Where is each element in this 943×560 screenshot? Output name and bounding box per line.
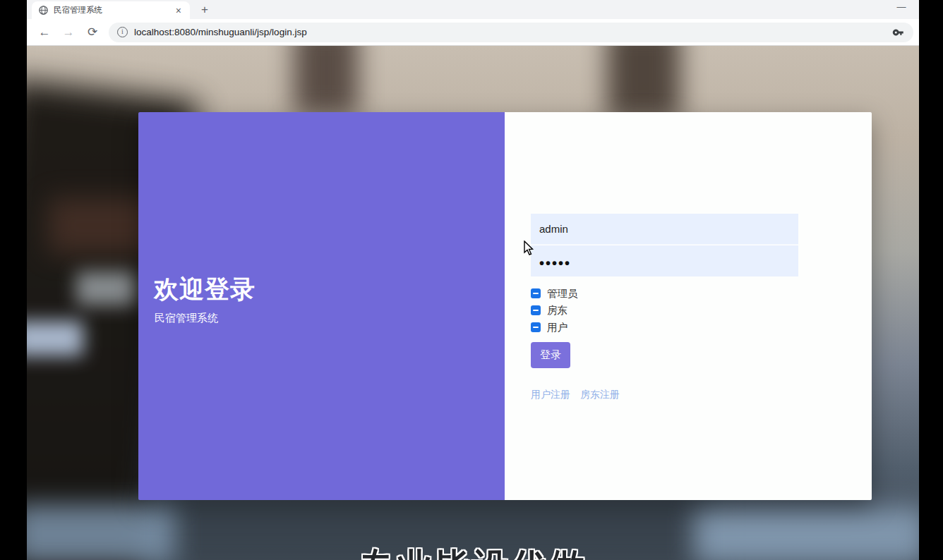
- login-button[interactable]: 登录: [531, 342, 570, 368]
- back-icon[interactable]: ←: [35, 23, 54, 42]
- role-option-landlord[interactable]: 房东: [531, 302, 578, 319]
- login-card: 欢迎登录 民宿管理系统 管理员 房东: [138, 112, 872, 500]
- user-register-link[interactable]: 用户注册: [531, 389, 570, 401]
- landlord-register-link[interactable]: 房东注册: [580, 389, 620, 401]
- url-text[interactable]: localhost:8080/minshuguanli/jsp/login.js…: [134, 27, 887, 37]
- page-info-icon[interactable]: i: [117, 27, 128, 37]
- username-input[interactable]: [531, 214, 798, 245]
- browser-toolbar: ← → ⟳ i localhost:8080/minshuguanli/jsp/…: [27, 19, 919, 46]
- tab-minsuguanli[interactable]: 民宿管理系统 ×: [32, 1, 190, 19]
- tab-close-icon[interactable]: ×: [174, 6, 183, 16]
- welcome-title: 欢迎登录: [154, 273, 256, 306]
- browser-window: 民宿管理系统 × + — ← → ⟳ i localhost:8080/mins…: [27, 0, 919, 560]
- register-links: 用户注册 房东注册: [531, 389, 620, 401]
- role-option-admin[interactable]: 管理员: [531, 285, 578, 302]
- background-pillar-shape: [607, 46, 680, 121]
- checkbox-icon[interactable]: [531, 322, 541, 332]
- checkbox-icon[interactable]: [531, 288, 541, 298]
- reload-icon[interactable]: ⟳: [83, 23, 102, 42]
- login-form: 管理员 房东 用户 登录 用户注册 房东注册: [505, 112, 872, 500]
- background-pillar-shape: [294, 46, 359, 116]
- password-key-icon[interactable]: [892, 26, 905, 39]
- globe-icon: [39, 6, 48, 15]
- tab-strip: 民宿管理系统 × + —: [27, 0, 919, 19]
- role-label: 房东: [547, 304, 567, 317]
- background-blob: [76, 272, 136, 305]
- welcome-subtitle: 民宿管理系统: [155, 312, 218, 325]
- role-label: 管理员: [547, 287, 578, 300]
- window-minimize-button[interactable]: —: [892, 1, 911, 16]
- address-bar[interactable]: i localhost:8080/minshuguanli/jsp/login.…: [109, 23, 913, 42]
- page-content: 欢迎登录 民宿管理系统 管理员 房东: [27, 46, 919, 560]
- mouse-cursor: [524, 241, 534, 256]
- background-blob: [27, 321, 83, 356]
- welcome-panel: 欢迎登录 民宿管理系统: [138, 112, 505, 500]
- role-label: 用户: [547, 321, 567, 334]
- checkbox-icon[interactable]: [531, 305, 541, 315]
- tab-title: 民宿管理系统: [54, 5, 174, 16]
- role-option-user[interactable]: 用户: [531, 319, 578, 336]
- password-input[interactable]: [531, 245, 798, 276]
- overlay-caption: 专业毕设代做: [27, 543, 919, 560]
- new-tab-button[interactable]: +: [196, 3, 214, 17]
- forward-icon: →: [59, 23, 78, 42]
- role-selector: 管理员 房东 用户: [531, 285, 578, 336]
